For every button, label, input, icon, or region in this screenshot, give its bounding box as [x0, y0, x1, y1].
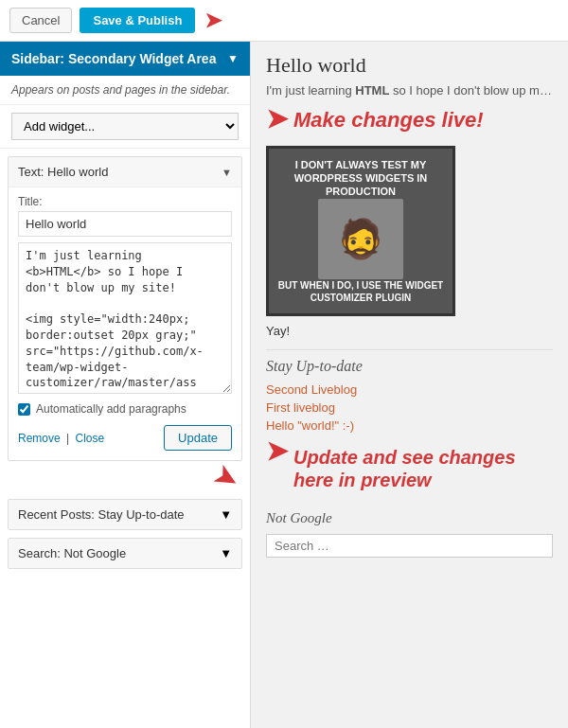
text-widget-block: Text: Hello world ▼ Title: I'm just lear… [8, 156, 242, 461]
text-widget-body: Title: I'm just learning <b>HTML</b> so … [9, 187, 241, 460]
arrow-update-preview-icon: ➤ [266, 438, 288, 465]
preview-divider [266, 349, 553, 350]
add-widget-select[interactable]: Add widget... [11, 113, 239, 140]
title-input[interactable] [18, 211, 232, 237]
sidebar-header[interactable]: Sidebar: Secondary Widget Area ▼ [0, 42, 250, 76]
meme-bottom-text: BUT WHEN I DO, I USE THE WIDGET CUSTOMIZ… [276, 279, 445, 304]
recent-posts-arrow-icon: ▼ [220, 507, 232, 522]
save-publish-button[interactable]: Save & Publish [80, 8, 195, 33]
link-first-liveblog[interactable]: First liveblog [266, 400, 553, 415]
close-link[interactable]: Close [75, 432, 104, 445]
arrow-make-changes-icon: ➤ [266, 106, 288, 133]
recent-posts-title: Recent Posts: Stay Up-to-date [18, 507, 185, 522]
top-bar: Cancel Save & Publish ➤ [0, 0, 568, 42]
link-hello-world[interactable]: Hello "world!" :-) [266, 418, 553, 433]
auto-paragraph-row: Automatically add paragraphs [18, 397, 232, 421]
preview-intro: I'm just learning HTML so I hope I don't… [266, 81, 553, 100]
preview-yay: Yay! [266, 324, 553, 338]
cancel-button[interactable]: Cancel [9, 8, 72, 33]
preview-title: Hello world [266, 53, 553, 78]
auto-paragraph-checkbox[interactable] [18, 403, 30, 416]
text-widget-title: Text: Hello world [18, 165, 108, 179]
person-icon: 🧔 [337, 217, 384, 261]
widget-actions: Remove | Close Update [18, 421, 232, 453]
auto-paragraph-label: Automatically add paragraphs [36, 402, 186, 416]
search-widget-header[interactable]: Search: Not Google ▼ [9, 539, 241, 568]
title-label: Title: [18, 195, 232, 208]
stay-uptodate-title: Stay Up-to-date [266, 358, 553, 375]
sidebar-description: Appears on posts and pages in the sideba… [0, 76, 250, 105]
sidebar-dropdown-icon[interactable]: ▼ [227, 52, 239, 65]
meme-top-text: I DON'T ALWAYS TEST MY WORDPRESS WIDGETS… [276, 158, 445, 199]
text-widget-header[interactable]: Text: Hello world ▼ [9, 157, 241, 187]
search-input[interactable] [275, 539, 544, 553]
preview-panel: Hello world I'm just learning HTML so I … [251, 42, 568, 728]
body-textarea[interactable]: I'm just learning <b>HTML</b> so I hope … [18, 242, 232, 394]
callout-make-changes: Make changes live! [293, 108, 484, 133]
add-widget-row: Add widget... [0, 105, 250, 149]
sidebar-title: Sidebar: Secondary Widget Area [11, 51, 216, 66]
recent-posts-header[interactable]: Recent Posts: Stay Up-to-date ▼ [9, 500, 241, 529]
link-second-liveblog[interactable]: Second Liveblog [266, 382, 553, 397]
remove-link[interactable]: Remove [18, 432, 61, 445]
sidebar-panel: Sidebar: Secondary Widget Area ▼ Appears… [0, 42, 251, 728]
search-widget: Search: Not Google ▼ [8, 538, 242, 569]
update-button[interactable]: Update [164, 425, 232, 451]
arrow-right-icon: ➤ [204, 9, 222, 33]
recent-posts-widget: Recent Posts: Stay Up-to-date ▼ [8, 499, 242, 530]
arrow-update-icon: ➤ [210, 461, 242, 495]
search-box [266, 534, 553, 558]
search-widget-title: Search: Not Google [18, 546, 126, 560]
callout-update: Update and see changes here in preview [293, 446, 553, 491]
widget-links: Remove | Close [18, 432, 104, 445]
text-widget-arrow-icon: ▼ [222, 167, 232, 178]
not-google-title: Not Google [266, 510, 553, 526]
search-widget-arrow-icon: ▼ [220, 546, 232, 560]
meme-person-image: 🧔 [318, 199, 403, 279]
main-layout: Sidebar: Secondary Widget Area ▼ Appears… [0, 42, 568, 728]
meme-image: I DON'T ALWAYS TEST MY WORDPRESS WIDGETS… [266, 146, 455, 316]
